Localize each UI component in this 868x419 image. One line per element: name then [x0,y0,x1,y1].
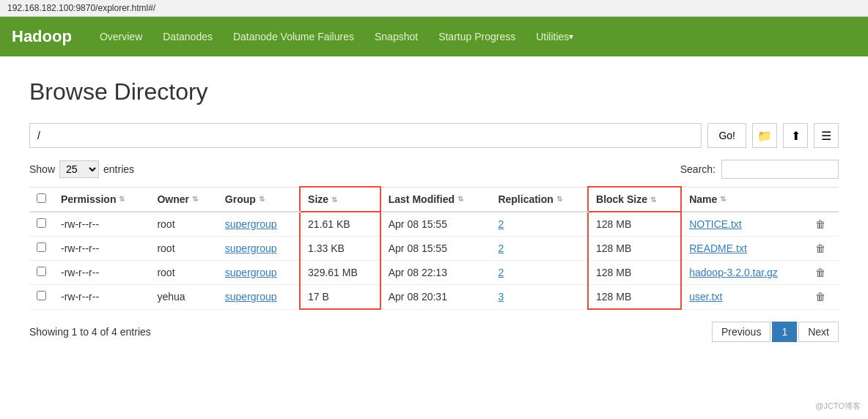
delete-icon[interactable]: 🗑 [815,242,825,254]
row-checkbox[interactable] [37,242,46,252]
row-checkbox-cell [29,261,54,285]
sort-replication[interactable]: Replication ⇅ [498,193,562,205]
name-link[interactable]: README.txt [689,242,747,254]
row-owner: root [150,212,217,237]
row-name: hadoop-3.2.0.tar.gz [681,261,808,285]
path-row: / Go! 📁 ⬆ ☰ [29,123,839,148]
sort-size[interactable]: Size ⇅ [308,193,337,205]
row-delete-cell: 🗑 [808,237,839,261]
group-link[interactable]: supergroup [225,291,277,303]
showing-text: Showing 1 to 4 of 4 entries [29,326,151,338]
sort-icon-permission: ⇅ [119,195,125,203]
replication-link[interactable]: 2 [498,218,504,230]
sort-icon-blocksize: ⇅ [650,196,656,204]
next-button[interactable]: Next [798,322,839,342]
name-link[interactable]: NOTICE.txt [689,218,742,230]
row-delete-cell: 🗑 [808,285,839,310]
previous-button[interactable]: Previous [712,322,770,342]
sort-icon-lastmod: ⇅ [457,195,463,203]
row-blocksize: 128 MB [588,237,681,261]
row-size: 329.61 MB [300,261,380,285]
search-row: Search: [680,160,839,179]
row-name: NOTICE.txt [681,212,808,237]
row-name: README.txt [681,237,808,261]
nav-datanodes[interactable]: Datanodes [152,17,223,56]
row-replication: 3 [490,285,588,310]
row-checkbox-cell [29,285,54,310]
row-owner: root [150,261,217,285]
th-owner: Owner ⇅ [150,187,217,212]
sort-lastmod[interactable]: Last Modified ⇅ [389,193,463,205]
row-size: 1.33 KB [300,237,380,261]
row-owner: root [150,237,217,261]
navbar: Hadoop Overview Datanodes Datanode Volum… [0,17,868,56]
show-entries-row: Show 25 10 50 100 entries Search: [29,160,839,179]
table-header-row: Permission ⇅ Owner ⇅ Group ⇅ [29,187,839,212]
sort-blocksize[interactable]: Block Size ⇅ [596,193,656,205]
list-button[interactable]: ☰ [814,123,839,148]
sort-permission[interactable]: Permission ⇅ [61,193,125,205]
sort-name[interactable]: Name ⇅ [689,193,726,205]
row-checkbox[interactable] [37,218,46,228]
list-icon: ☰ [821,129,831,143]
table-row: -rw-r--r-- root supergroup 21.61 KB Apr … [29,212,839,237]
row-blocksize: 128 MB [588,261,681,285]
row-blocksize: 128 MB [588,285,681,310]
upload-button[interactable]: ⬆ [783,123,808,148]
th-replication: Replication ⇅ [490,187,588,212]
page-title: Browse Directory [29,78,839,105]
group-link[interactable]: supergroup [225,242,277,254]
sort-group[interactable]: Group ⇅ [225,193,265,205]
entries-select[interactable]: 25 10 50 100 [59,160,99,178]
row-replication: 2 [490,212,588,237]
row-blocksize: 128 MB [588,212,681,237]
address-bar: 192.168.182.100:9870/explorer.html#/ [0,0,868,17]
name-link[interactable]: user.txt [689,291,722,303]
sort-owner[interactable]: Owner ⇅ [157,193,198,205]
path-input[interactable]: / [29,123,702,148]
row-replication: 2 [490,237,588,261]
folder-icon: 📁 [757,129,772,143]
row-lastmod: Apr 08 20:31 [380,285,491,310]
nav-overview[interactable]: Overview [89,17,152,56]
sort-icon-size: ⇅ [331,196,337,204]
row-group: supergroup [218,237,300,261]
nav-datanode-volume-failures[interactable]: Datanode Volume Failures [223,17,364,56]
group-link[interactable]: supergroup [225,267,277,278]
nav-startup-progress[interactable]: Startup Progress [428,17,526,56]
search-input[interactable] [721,160,839,179]
page-1-button[interactable]: 1 [772,322,797,342]
row-name: user.txt [681,285,808,310]
brand[interactable]: Hadoop [12,27,72,46]
row-checkbox[interactable] [37,291,46,300]
name-link[interactable]: hadoop-3.2.0.tar.gz [689,267,778,278]
th-group: Group ⇅ [218,187,300,212]
replication-link[interactable]: 2 [498,267,504,278]
th-permission: Permission ⇅ [54,187,150,212]
th-name: Name ⇅ [681,187,808,212]
nav-utilities[interactable]: Utilities [526,17,584,56]
table-row: -rw-r--r-- yehua supergroup 17 B Apr 08 … [29,285,839,310]
nav-snapshot[interactable]: Snapshot [364,17,428,56]
go-button[interactable]: Go! [707,123,746,148]
table-row: -rw-r--r-- root supergroup 329.61 MB Apr… [29,261,839,285]
group-link[interactable]: supergroup [225,218,277,230]
delete-icon[interactable]: 🗑 [815,218,825,230]
row-group: supergroup [218,285,300,310]
sort-icon-group: ⇅ [259,195,265,203]
row-delete-cell: 🗑 [808,261,839,285]
search-label: Search: [680,163,716,175]
delete-icon[interactable]: 🗑 [815,267,825,278]
row-checkbox[interactable] [37,267,46,276]
th-size: Size ⇅ [300,187,380,212]
show-entries-left: Show 25 10 50 100 entries [29,160,134,178]
replication-link[interactable]: 3 [498,291,504,303]
row-permission: -rw-r--r-- [54,237,150,261]
row-permission: -rw-r--r-- [54,261,150,285]
select-all-checkbox[interactable] [37,193,46,203]
folder-button[interactable]: 📁 [752,123,777,148]
replication-link[interactable]: 2 [498,242,504,254]
row-lastmod: Apr 08 15:55 [380,212,491,237]
row-checkbox-cell [29,212,54,237]
delete-icon[interactable]: 🗑 [815,291,825,303]
